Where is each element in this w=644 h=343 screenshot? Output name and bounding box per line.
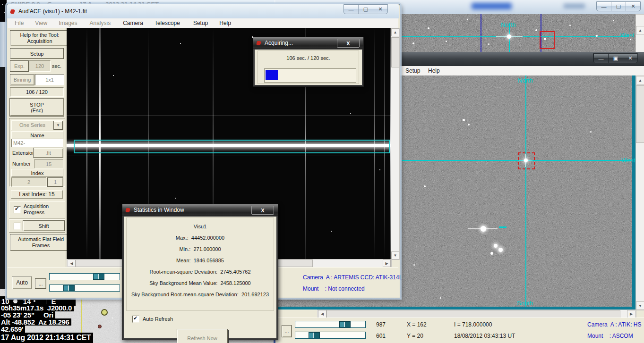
acquiring-dialog: Acquiring... X 106 sec. / 120 sec. — [253, 37, 364, 87]
guider-vscroll-thumb[interactable] — [636, 85, 644, 143]
menu-file[interactable]: File — [10, 18, 28, 28]
statistics-image-name: Visu1 — [127, 224, 274, 229]
desktop: GUIDE 9.0 - G 17 A 2012 21 14 21 CET 10 … — [0, 0, 644, 343]
shift-button[interactable]: Shift — [23, 220, 65, 231]
intensity-readout: I = 718.000000 — [454, 321, 492, 328]
statistics-title: Statistics in Window — [134, 207, 184, 213]
level-slider-high[interactable] — [49, 273, 120, 280]
map-info-line: 17 Aug 2012 21:14:31 CET — [0, 333, 93, 343]
acquiring-titlebar[interactable]: Acquiring... X — [253, 37, 363, 49]
tool-help-button[interactable]: Help for the Tool: Acquisition — [10, 30, 69, 46]
number-field[interactable]: 15 — [34, 159, 63, 168]
stop-button[interactable]: STOP (Esc) — [9, 98, 64, 117]
guider-threshold-slider-low[interactable] — [295, 332, 366, 339]
guider-vscrollbar[interactable]: ▲ ▼ — [635, 75, 644, 310]
scroll-up-icon[interactable]: ▲ — [391, 28, 399, 36]
auto-refresh-checkbox[interactable] — [132, 316, 139, 323]
series-combobox[interactable]: One Series ▼ — [11, 120, 63, 130]
scroll-right-icon[interactable]: ▶ — [627, 310, 635, 318]
minimize-icon[interactable]: — — [593, 54, 608, 63]
scroll-right-icon[interactable]: ▶ — [383, 259, 391, 267]
slider-handle[interactable] — [309, 332, 320, 338]
stat-row: Max.: 44452.000000 — [127, 235, 274, 241]
map-info-overlay: 05h35m17.1s J2000.0 -05 23' 25" Ori Alt … — [0, 304, 93, 343]
maximize-icon[interactable]: ▣ — [608, 54, 623, 63]
background-scrollbar[interactable]: ▲ — [635, 14, 644, 53]
cursor-y-readout: Y = 20 — [407, 333, 423, 339]
menu-analysis[interactable]: Analysis — [86, 18, 115, 28]
guider-more-button[interactable]: ... — [282, 325, 292, 337]
minimize-icon[interactable]: — — [597, 2, 611, 11]
close-icon[interactable]: ✕ — [373, 5, 387, 14]
minimize-icon[interactable]: — — [344, 5, 358, 14]
slider-handle[interactable] — [339, 321, 351, 327]
series-combobox-value: One Series — [19, 122, 45, 128]
threshold-high-value: 987 — [376, 321, 386, 328]
chevron-down-icon[interactable]: ▼ — [53, 121, 63, 130]
main-vscrollbar[interactable]: ▲ ▼ — [391, 28, 400, 260]
level-slider-low[interactable] — [49, 284, 120, 292]
selection-box[interactable] — [74, 140, 390, 153]
exposure-unit-label: sec. — [52, 63, 61, 69]
exposure-value-field[interactable]: 120 — [29, 60, 51, 72]
close-icon[interactable]: X — [251, 206, 274, 215]
main-camera-status: Camera A : ARTEMIS CCD: ATIK-314L — [303, 274, 402, 281]
close-icon[interactable]: X — [337, 39, 360, 48]
slider-handle[interactable] — [63, 285, 75, 291]
scroll-down-icon[interactable]: ▼ — [391, 251, 399, 259]
close-icon[interactable]: ✕ — [623, 54, 637, 63]
statistics-titlebar[interactable]: Statistics in Window X — [122, 204, 278, 216]
slider-handle[interactable] — [93, 274, 104, 280]
scroll-up-icon[interactable]: ▲ — [636, 76, 644, 84]
exposure-button[interactable]: Exp. — [10, 60, 29, 72]
shift-checkbox[interactable] — [14, 223, 21, 230]
auto-levels-button[interactable]: Auto — [12, 276, 32, 289]
close-icon[interactable]: ✕ — [626, 2, 640, 11]
index-increment-button[interactable]: 1 — [47, 177, 63, 187]
acquiring-progressbar — [264, 68, 356, 83]
guider-threshold-slider-high[interactable] — [295, 321, 366, 328]
menu-images[interactable]: Images — [54, 18, 81, 28]
refresh-now-button[interactable]: Refresh Now — [177, 329, 228, 343]
scroll-left-icon[interactable]: ◀ — [318, 310, 326, 318]
menu-help[interactable]: Help — [215, 18, 235, 28]
menu-telescope[interactable]: Telescope — [150, 18, 184, 28]
stat-row: Root-mean-square Deviation: 2745.405762 — [127, 269, 274, 275]
scroll-left-icon[interactable]: ◀ — [68, 259, 76, 267]
menu-view[interactable]: View — [31, 18, 52, 28]
acquisition-progress-checkbox[interactable] — [14, 206, 21, 213]
binning-value-field[interactable]: 1x1 — [35, 74, 64, 85]
extension-button[interactable]: .fit — [33, 148, 63, 158]
threshold-low-value: 601 — [376, 333, 386, 339]
background-guider-field[interactable]: North West — [399, 14, 635, 52]
strip-north-label: North — [501, 21, 516, 28]
datetime-readout: 18/08/2012 03:43:13 UT — [454, 333, 515, 339]
guider-hscroll-thumb[interactable] — [326, 310, 620, 318]
small-star-icon — [34, 300, 35, 302]
menu-camera[interactable]: Camera — [119, 18, 147, 28]
name-entry[interactable]: M42- — [11, 139, 63, 147]
maximize-icon[interactable]: ▢ — [611, 2, 626, 11]
scroll-down-icon[interactable]: ▼ — [636, 301, 644, 310]
binning-button[interactable]: Binning — [10, 74, 34, 85]
menu-setup[interactable]: Setup — [189, 18, 212, 28]
tk-icon — [256, 40, 262, 46]
maximize-icon[interactable]: ▢ — [358, 5, 373, 14]
strip-target-box — [540, 31, 555, 49]
guider-south-label: South — [517, 300, 533, 307]
guider-marker-tick — [499, 226, 507, 228]
levels-more-button[interactable]: ... — [35, 278, 46, 289]
statistics-body: Visu1 Max.: 44452.000000 Min.: 271.00000… — [124, 217, 276, 338]
guider-menu-help[interactable]: Help — [424, 66, 444, 75]
acquiring-body: 106 sec. / 120 sec. — [255, 50, 362, 85]
tool-setup-button[interactable]: Setup — [10, 48, 64, 59]
stop-button-sublabel: (Esc) — [31, 108, 43, 113]
index-field[interactable]: 2 — [11, 177, 46, 187]
guider-menu-setup[interactable]: Setup — [401, 66, 424, 75]
main-titlebar[interactable]: Aud'ACE (visu1) - M42-1.fit — ▢ ✕ — [7, 4, 399, 18]
scroll-up-icon[interactable]: ▲ — [636, 26, 644, 34]
flat-frames-button[interactable]: Automatic Flat Field Frames — [10, 234, 72, 251]
main-vscroll-thumb[interactable] — [391, 37, 399, 67]
auto-refresh-label: Auto Refresh — [143, 316, 173, 322]
guider-mount-status: Mount : ASCOM — [587, 333, 633, 339]
